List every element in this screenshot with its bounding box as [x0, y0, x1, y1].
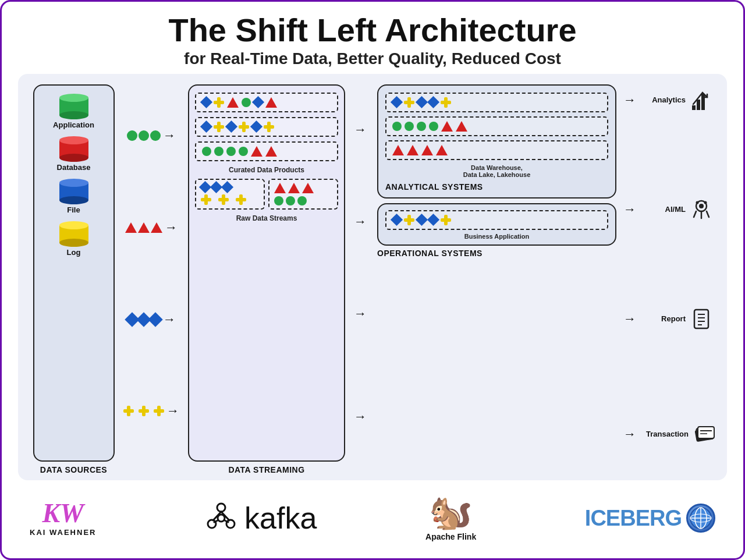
arrow-4: →: [166, 403, 179, 419]
cylinder-log: [59, 221, 88, 247]
svg-point-9: [704, 201, 707, 204]
curated-label: Curated Data Products: [195, 166, 338, 174]
arrow-row-diamonds: →: [127, 312, 177, 327]
at5: [421, 145, 433, 155]
cross-3: [154, 406, 164, 416]
svg-line-5: [694, 211, 696, 217]
oc2: [441, 215, 451, 225]
main-title: The Shift Left Architecture: [18, 12, 727, 48]
raw-row-1: [201, 183, 259, 192]
rci3: [297, 196, 307, 205]
raw-row-4: [274, 196, 332, 205]
data-sources-label: DATA SOURCES: [40, 465, 107, 474]
output-icons-col: → Analytics → AI/ML: [616, 84, 716, 474]
report-label: Report: [642, 314, 686, 323]
source-label-log: Log: [67, 248, 81, 257]
aiml-label: AI/ML: [642, 205, 686, 214]
analytics-label: Analytics: [642, 95, 686, 104]
arrow-row-circles: →: [127, 128, 177, 143]
kw-letters: KW: [42, 500, 84, 527]
kw-logo: KW KAI WAEHNER: [30, 500, 96, 537]
page-wrapper: The Shift Left Architecture for Real-Tim…: [2, 2, 743, 558]
raw-row-3: [274, 183, 332, 193]
kafka-logo: kafka: [205, 501, 317, 536]
aci4: [429, 122, 438, 131]
c4: [264, 122, 274, 132]
rci2: [286, 196, 295, 205]
d5: [250, 120, 262, 133]
flink-squirrel-emoji: 🐿️: [429, 495, 473, 530]
business-app-label: Business Application: [385, 233, 608, 240]
at6: [436, 145, 448, 155]
cylinder-file: [59, 179, 88, 204]
cyl-bottom: [59, 111, 88, 119]
source-label-application: Application: [53, 120, 94, 129]
source-label-file: File: [67, 205, 80, 214]
ci1: [242, 98, 251, 107]
rc3: [236, 194, 246, 205]
ci3: [214, 147, 224, 156]
output-analytics: → Analytics: [622, 89, 716, 111]
od3: [427, 214, 439, 226]
at3: [392, 145, 404, 155]
source-database: Database: [57, 136, 91, 172]
curated-row-2: [195, 117, 338, 137]
analytics-icon: [690, 89, 712, 111]
data-streaming-section: Curated Data Products: [185, 84, 348, 474]
t3: [251, 146, 262, 157]
cyl-bottom: [59, 154, 88, 162]
rc2: [218, 194, 229, 205]
kafka-text: kafka: [244, 501, 317, 536]
output-aiml: → AI/ML: [622, 199, 716, 221]
arr-analytical-2: →: [353, 214, 372, 229]
svg-rect-1: [697, 100, 700, 110]
between-streaming-right: → → → →: [348, 84, 377, 474]
sub-title: for Real-Time Data, Better Quality, Redu…: [18, 49, 727, 68]
ad3: [427, 96, 439, 108]
circle-green-3: [150, 130, 161, 141]
operational-label: OPERATIONAL SYSTEMS: [377, 249, 616, 258]
right-wrapper: Data Warehouse, Data Lake, Lakehouse ANA…: [377, 84, 716, 474]
rci1: [274, 196, 283, 205]
svg-point-25: [218, 515, 225, 522]
source-application: Application: [53, 94, 94, 129]
cylinder-database: [59, 136, 88, 162]
arrow-report: →: [623, 311, 636, 327]
output-report: → Report: [622, 308, 716, 330]
right-col-wrapper: Data Warehouse, Data Lake, Lakehouse ANA…: [377, 84, 616, 474]
raw-sub-box-2: [268, 179, 338, 210]
rc1: [201, 194, 211, 205]
t2: [265, 97, 277, 108]
t1: [227, 97, 239, 108]
arrow-1: →: [163, 128, 176, 143]
source-arrows-col: → → → →: [119, 84, 185, 474]
d4: [225, 120, 237, 133]
rt1: [274, 183, 286, 193]
arrow-3: →: [163, 312, 176, 327]
iceberg-globe: [686, 504, 715, 533]
operational-area: Business Application OPERATIONAL SYSTEMS: [377, 203, 616, 258]
cyl-bottom: [59, 196, 88, 204]
c3: [239, 122, 249, 132]
source-file: File: [59, 179, 88, 214]
report-icon: [690, 308, 712, 330]
d2: [252, 96, 264, 108]
ac1: [404, 97, 414, 108]
dia-3: [148, 312, 162, 327]
bottom-logos: KW KAI WAEHNER kafka 🐿️ Apache Flink: [18, 480, 727, 550]
data-sources-section: Application Database: [29, 84, 119, 474]
od2: [416, 214, 428, 226]
arr-operational: →: [353, 409, 372, 424]
c1: [214, 97, 224, 108]
operational-box: Business Application: [377, 203, 616, 246]
kafka-icon-svg: [205, 502, 237, 534]
curated-row-1: [195, 93, 338, 112]
ana-row-2: [385, 116, 608, 136]
output-transaction: → Transaction: [622, 423, 716, 445]
svg-rect-10: [694, 310, 708, 328]
arr-analytical-3: →: [353, 306, 372, 321]
source-log: Log: [59, 221, 88, 257]
arr-analytical-1: →: [353, 122, 372, 137]
rt2: [288, 183, 300, 193]
ad1: [391, 96, 403, 108]
